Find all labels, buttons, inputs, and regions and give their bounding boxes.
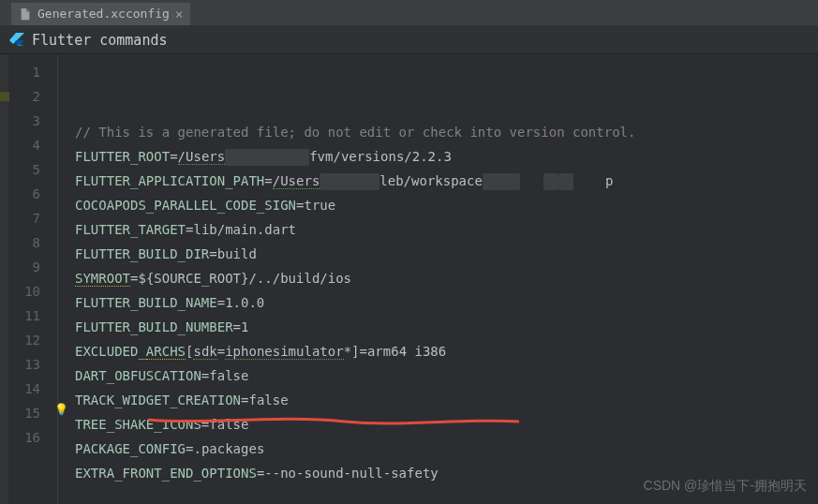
code-token: leb/workspace (379, 173, 483, 188)
code-token: PACKAGE_CONFIG (75, 441, 186, 456)
gutter-marker (0, 92, 9, 101)
code-token: lib/main.dart (193, 222, 296, 237)
code-token: // This is a generated file; do not edit… (75, 125, 635, 140)
file-tab-label: Generated.xcconfig (37, 7, 170, 21)
code-token: ${SOURCE_ROOT}/../build/ios (138, 271, 351, 286)
marker-strip (0, 54, 9, 504)
line-number: 14 (9, 377, 57, 401)
code-area[interactable]: 💡 // This is a generated file; do not ed… (58, 54, 818, 504)
line-number-gutter: 12345678910111213141516 (9, 54, 58, 504)
code-line[interactable]: TREE_SHAKE_ICONS=false (75, 412, 818, 437)
code-line[interactable]: SYMROOT=${SOURCE_ROOT}/../build/ios (75, 266, 818, 290)
line-number: 1 (9, 60, 57, 84)
code-line[interactable]: FLUTTER_BUILD_DIR=build (75, 242, 818, 266)
line-number: 12 (9, 328, 57, 352)
code-token: FLUTTER_ROOT (75, 149, 170, 164)
code-token: FLUTTER_BUILD_NUMBER (75, 319, 233, 334)
redacted-block (320, 173, 379, 190)
code-token: 1.0.0 (225, 295, 264, 310)
line-number: 6 (9, 182, 57, 206)
code-token: ARCHS (146, 344, 186, 360)
close-icon[interactable]: × (175, 7, 183, 22)
redacted-block (225, 149, 309, 166)
code-token: *]=arm64 i386 (344, 344, 447, 359)
code-token: --no-sound-null-safety (264, 466, 438, 481)
code-line[interactable]: TRACK_WIDGET_CREATION=false (75, 388, 818, 412)
line-number: 2 (9, 84, 57, 109)
code-token: SYMROOT (75, 271, 130, 287)
line-number: 3 (9, 109, 57, 133)
redacted-block (558, 173, 573, 190)
banner-label: Flutter commands (32, 32, 168, 49)
code-token: = (264, 173, 272, 188)
code-token (520, 173, 543, 188)
code-token: COCOAPODS_PARALLEL_CODE_SIGN (75, 198, 296, 213)
code-line[interactable]: COCOAPODS_PARALLEL_CODE_SIGN=true (75, 193, 818, 217)
line-number: 7 (9, 206, 57, 230)
code-token: EXTRA_FRONT_END_OPTIONS (75, 466, 257, 481)
lightbulb-icon[interactable]: 💡 (54, 403, 67, 416)
code-token: false (209, 417, 248, 432)
code-token: FLUTTER_BUILD_DIR (75, 246, 209, 261)
line-number: 16 (9, 425, 57, 450)
code-token: /Users (178, 149, 226, 165)
code-line[interactable]: PACKAGE_CONFIG=.packages (75, 437, 818, 461)
tab-bar: Generated.xcconfig × (0, 0, 818, 26)
code-token: DART_OBFUSCATION (75, 368, 201, 383)
file-tab[interactable]: Generated.xcconfig × (11, 1, 190, 25)
code-token: = (170, 149, 177, 164)
redacted-block (483, 173, 520, 190)
code-token: build (217, 246, 257, 261)
line-number: 8 (9, 230, 57, 255)
flutter-icon (9, 33, 24, 48)
code-line[interactable]: FLUTTER_BUILD_NAME=1.0.0 (75, 290, 818, 315)
watermark: CSDN @珍惜当下-拥抱明天 (644, 478, 807, 495)
code-token: /Users (273, 173, 320, 189)
line-number: 9 (9, 255, 57, 279)
code-token: true (304, 198, 335, 213)
code-token: FLUTTER_TARGET (75, 222, 186, 237)
code-line[interactable]: FLUTTER_BUILD_NUMBER=1 (75, 315, 818, 339)
editor-area: 12345678910111213141516 💡 // This is a g… (0, 54, 818, 504)
code-token: = (233, 319, 241, 334)
code-line[interactable]: // This is a generated file; do not edit… (75, 120, 818, 144)
code-token: = (217, 344, 225, 359)
code-line[interactable]: EXCLUDED_ARCHS[sdk=iphonesimulator*]=arm… (75, 339, 818, 363)
code-line[interactable]: DART_OBFUSCATION=false (75, 363, 818, 388)
code-token: FLUTTER_APPLICATION_PATH (75, 173, 264, 188)
code-token: iphonesimulator (225, 344, 343, 360)
line-number: 11 (9, 304, 57, 328)
code-token: TREE_SHAKE_ICONS (75, 417, 201, 432)
line-number: 5 (9, 157, 57, 182)
code-token: false (209, 368, 248, 383)
code-token: p (573, 173, 613, 188)
code-line[interactable]: FLUTTER_TARGET=lib/main.dart (75, 217, 818, 242)
code-line[interactable]: FLUTTER_ROOT=/Usersfvm/versions/2.2.3 (75, 144, 818, 169)
code-line[interactable]: FLUTTER_APPLICATION_PATH=/Usersleb/works… (75, 169, 818, 193)
redacted-block (543, 173, 558, 190)
file-icon (19, 7, 32, 21)
code-token: 1 (241, 319, 248, 334)
code-token: sdk (193, 344, 216, 360)
code-token: EXCLUDED_ (75, 344, 146, 359)
line-number: 13 (9, 352, 57, 377)
code-token: = (217, 295, 225, 310)
line-number: 4 (9, 133, 57, 157)
line-number: 15 (9, 401, 57, 425)
code-token: TRACK_WIDGET_CREATION (75, 393, 241, 408)
flutter-commands-banner[interactable]: Flutter commands (0, 26, 818, 54)
code-token: false (248, 393, 288, 408)
code-token: FLUTTER_BUILD_NAME (75, 295, 217, 310)
code-token: .packages (193, 441, 264, 456)
code-token: fvm/versions/2.2.3 (309, 149, 452, 164)
code-token: = (209, 246, 216, 261)
line-number: 10 (9, 279, 57, 304)
